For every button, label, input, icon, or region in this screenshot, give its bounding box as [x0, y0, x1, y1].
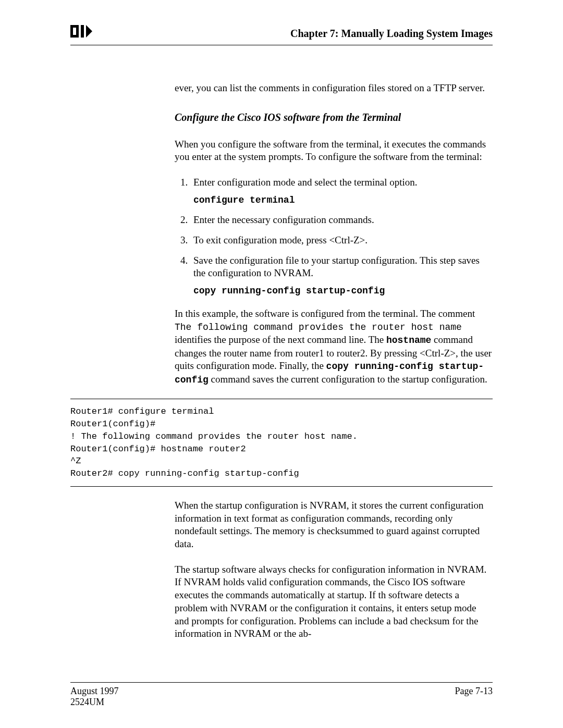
example-paragraph: In this example, the software is configu…	[175, 307, 493, 386]
step-4: Save the configuration file to your star…	[190, 254, 493, 298]
steps-list: Enter configuration mode and select the …	[175, 176, 493, 297]
example-text-b: identifies the purpose of the next comma…	[175, 334, 386, 345]
nvram-paragraph-1: When the startup configuration is NVRAM,…	[175, 499, 493, 551]
body-column: ever, you can list the comments in confi…	[175, 82, 493, 386]
footer-doc: 2524UM	[70, 697, 119, 708]
code-section: Router1# configure terminal Router1(conf…	[70, 399, 493, 487]
example-mono: The following command provides the route…	[175, 322, 462, 332]
svg-marker-3	[86, 25, 92, 38]
page-footer: August 1997 2524UM Page 7-13	[70, 683, 493, 708]
step-2-text: Enter the necessary configuration comman…	[193, 214, 374, 225]
svg-rect-1	[73, 28, 76, 35]
footer-left: August 1997 2524UM	[70, 686, 119, 708]
terminal-paragraph: When you configure the software from the…	[175, 138, 493, 164]
step-4-command: copy running-config startup-config	[193, 285, 493, 297]
publisher-logo	[70, 25, 92, 40]
page: Chapter 7: Manually Loading System Image…	[0, 0, 563, 728]
example-text-d: command saves the current configuration …	[209, 374, 487, 385]
page-header: Chapter 7: Manually Loading System Image…	[70, 25, 493, 45]
step-1: Enter configuration mode and select the …	[190, 176, 493, 206]
nvram-paragraph-2: The startup software always checks for c…	[175, 563, 493, 640]
code-block: Router1# configure terminal Router1(conf…	[70, 405, 493, 480]
example-hostname: hostname	[386, 335, 431, 346]
logo-icon	[70, 25, 92, 38]
body-column-lower: When the startup configuration is NVRAM,…	[175, 499, 493, 640]
footer-date: August 1997	[70, 686, 119, 697]
step-4-text: Save the configuration file to your star…	[193, 255, 480, 279]
footer-page: Page 7-13	[455, 686, 493, 708]
step-1-command: configure terminal	[193, 194, 493, 206]
section-subheading: Configure the Cisco IOS software from th…	[175, 112, 493, 124]
chapter-title: Chapter 7: Manually Loading System Image…	[290, 28, 493, 40]
step-1-text: Enter configuration mode and select the …	[193, 177, 417, 188]
step-3-text: To exit configuration mode, press <Ctrl-…	[193, 235, 368, 245]
step-2: Enter the necessary configuration comman…	[190, 214, 493, 227]
example-text-a: In this example, the software is configu…	[175, 308, 475, 319]
step-3: To exit configuration mode, press <Ctrl-…	[190, 234, 493, 247]
intro-paragraph: ever, you can list the comments in confi…	[175, 82, 493, 95]
svg-rect-2	[81, 25, 84, 38]
